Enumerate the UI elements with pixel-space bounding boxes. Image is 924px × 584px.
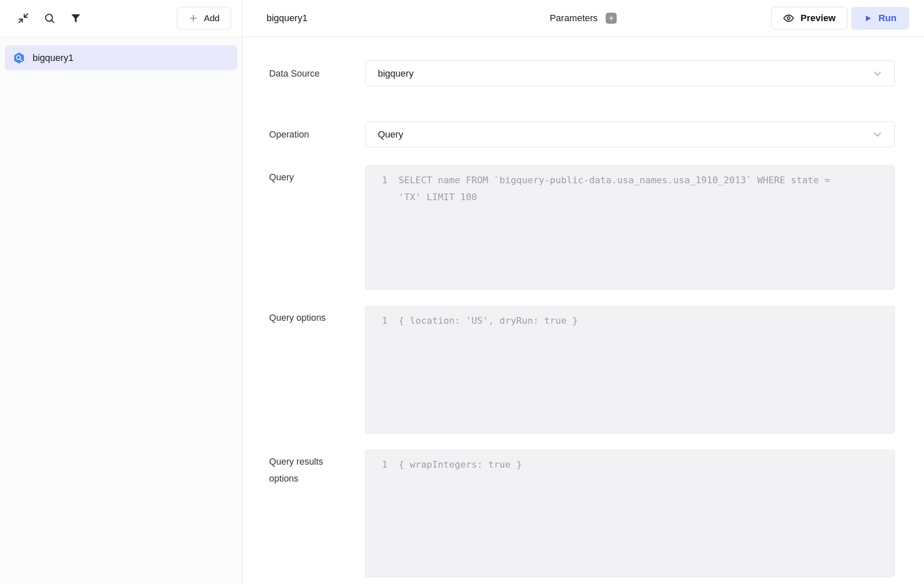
header-actions: Preview Run xyxy=(771,7,909,30)
data-source-select[interactable]: bigquery xyxy=(365,61,895,86)
add-query-button[interactable]: Add xyxy=(177,7,231,30)
query-placeholder-code: SELECT name FROM `bigquery-public-data.u… xyxy=(399,172,839,206)
query-options-placeholder-code: { location: 'US', dryRun: true } xyxy=(399,312,578,329)
code-line: 1 { location: 'US', dryRun: true } xyxy=(382,312,883,329)
query-results-options-row: Query results options 1 { wrapIntegers: … xyxy=(269,450,895,577)
query-form: Data Source bigquery Operation Query xyxy=(242,37,924,584)
data-source-row: Data Source bigquery xyxy=(269,61,895,86)
code-line: 1 SELECT name FROM `bigquery-public-data… xyxy=(382,172,883,206)
collapse-panel-button[interactable] xyxy=(14,9,33,28)
query-sidebar: Add bigquery1 xyxy=(0,0,242,584)
query-list: bigquery1 xyxy=(0,37,242,584)
query-code-editor[interactable]: 1 SELECT name FROM `bigquery-public-data… xyxy=(365,165,895,289)
editor-header: bigquery1 Parameters Preview xyxy=(242,0,924,37)
operation-label: Operation xyxy=(269,126,365,143)
query-options-editor[interactable]: 1 { location: 'US', dryRun: true } xyxy=(365,306,895,433)
query-list-item-bigquery1[interactable]: bigquery1 xyxy=(5,45,237,70)
chevron-down-icon xyxy=(872,68,883,80)
add-parameter-button[interactable] xyxy=(606,13,617,24)
query-row: Query 1 SELECT name FROM `bigquery-publi… xyxy=(269,165,895,289)
chevron-down-icon xyxy=(872,129,883,140)
parameters-group: Parameters xyxy=(550,13,617,24)
run-button[interactable]: Run xyxy=(851,7,909,30)
query-options-row: Query options 1 { location: 'US', dryRun… xyxy=(269,306,895,433)
query-results-options-label: Query results options xyxy=(269,450,365,577)
plus-icon xyxy=(608,15,615,22)
preview-button-label: Preview xyxy=(800,13,836,24)
query-results-options-placeholder-code: { wrapIntegers: true } xyxy=(399,456,522,473)
data-source-value: bigquery xyxy=(378,68,413,79)
play-icon xyxy=(864,14,872,22)
operation-value: Query xyxy=(378,129,403,140)
eye-icon xyxy=(783,13,794,24)
query-options-label: Query options xyxy=(269,306,365,433)
filter-icon xyxy=(70,12,82,24)
query-label: Query xyxy=(269,165,365,289)
code-line: 1 { wrapIntegers: true } xyxy=(382,456,883,473)
operation-row: Operation Query xyxy=(269,121,895,147)
sidebar-toolbar: Add xyxy=(0,0,242,37)
search-icon xyxy=(44,12,55,24)
run-button-label: Run xyxy=(878,13,896,24)
bigquery-icon xyxy=(13,52,25,64)
plus-icon xyxy=(188,13,198,23)
operation-select[interactable]: Query xyxy=(365,121,895,147)
parameters-label: Parameters xyxy=(550,13,598,24)
query-results-options-editor[interactable]: 1 { wrapIntegers: true } xyxy=(365,450,895,577)
query-editor-panel: bigquery1 Parameters Preview xyxy=(242,0,924,584)
line-number: 1 xyxy=(382,172,399,189)
search-button[interactable] xyxy=(40,9,59,28)
collapse-icon xyxy=(17,12,29,24)
filter-button[interactable] xyxy=(66,9,85,28)
data-source-label: Data Source xyxy=(269,65,365,82)
query-item-label: bigquery1 xyxy=(33,52,74,63)
add-button-label: Add xyxy=(204,13,220,23)
line-number: 1 xyxy=(382,456,399,473)
app-window: Add bigquery1 bigquery1 Parameters xyxy=(0,0,924,584)
preview-button[interactable]: Preview xyxy=(771,7,847,30)
line-number: 1 xyxy=(382,312,399,329)
query-title: bigquery1 xyxy=(267,13,308,24)
